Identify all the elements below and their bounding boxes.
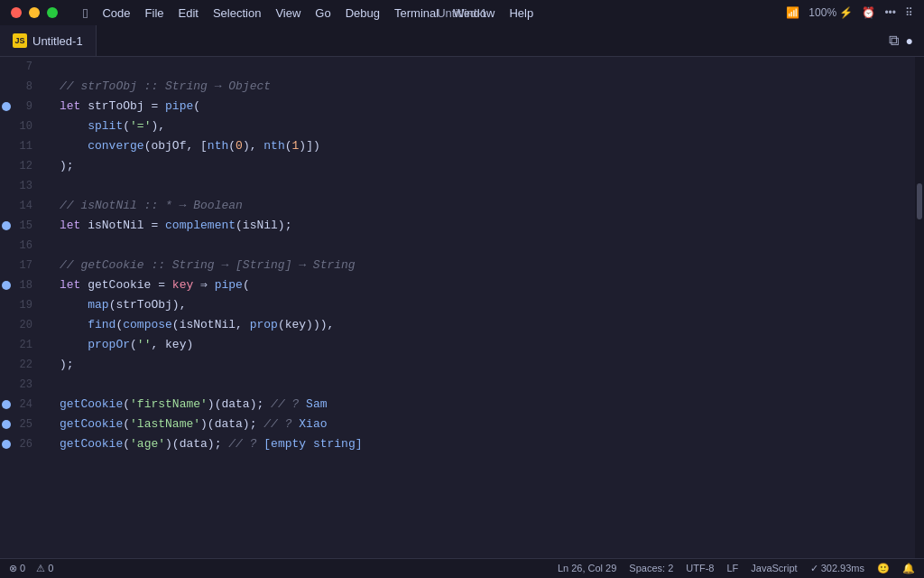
gutter-line: 26 xyxy=(0,434,38,454)
code-line: split('='), xyxy=(60,117,901,136)
breakpoint-indicator[interactable] xyxy=(2,400,11,409)
error-count[interactable]: ⊗ 0 xyxy=(9,563,25,574)
token-result-val: Sam xyxy=(306,395,327,415)
token-fn: compose xyxy=(123,315,172,335)
line-number: 16 xyxy=(14,236,32,256)
menu-debug[interactable]: Debug xyxy=(346,6,380,20)
token-fn: converge xyxy=(88,136,143,156)
token-plain: ); xyxy=(60,355,74,375)
menu-go[interactable]: Go xyxy=(315,6,330,20)
gutter-line: 8 xyxy=(0,77,38,97)
gutter-line: 18 xyxy=(0,275,38,295)
code-editor[interactable]: // strToObj :: String → Objectlet strToO… xyxy=(45,57,915,558)
token-plain: isNotNil = xyxy=(80,216,165,236)
token-plain xyxy=(60,295,88,315)
wifi-icon: 📶 xyxy=(786,6,799,19)
line-number: 10 xyxy=(14,117,32,136)
token-plain: ⇒ xyxy=(193,275,214,295)
gutter-line: 15 xyxy=(0,216,38,236)
token-plain: ( xyxy=(116,315,123,335)
gutter-line: 12 xyxy=(0,156,38,176)
breakpoint-indicator[interactable] xyxy=(2,281,11,290)
line-number: 14 xyxy=(14,196,32,216)
dots-icon[interactable]: ••• xyxy=(884,6,896,19)
token-plain: ( xyxy=(123,117,130,136)
gutter-line: 14 xyxy=(0,196,38,216)
token-str: 'lastName' xyxy=(130,415,200,434)
file-encoding[interactable]: UTF-8 xyxy=(686,563,714,574)
line-number: 17 xyxy=(14,256,32,275)
breakpoint-indicator[interactable] xyxy=(2,102,11,111)
scroll-thumb[interactable] xyxy=(917,183,922,219)
token-plain: )(data); xyxy=(208,395,271,415)
line-ending[interactable]: LF xyxy=(726,563,738,574)
token-comment: // ? xyxy=(271,395,306,415)
breakpoint-indicator[interactable] xyxy=(2,221,11,230)
code-line: let getCookie = key ⇒ pipe( xyxy=(60,275,901,295)
menu-edit[interactable]: Edit xyxy=(179,6,199,20)
code-line: getCookie('lastName')(data); // ? Xiao xyxy=(60,415,901,434)
grid-icon[interactable]: ⠿ xyxy=(905,6,913,19)
token-kw: let xyxy=(60,97,80,117)
tab-untitled[interactable]: JS Untitled-1 xyxy=(0,25,97,56)
language-mode[interactable]: JavaScript xyxy=(751,563,797,574)
token-plain xyxy=(60,315,88,335)
gutter-line: 22 xyxy=(0,355,38,375)
token-plain: (objOf, [ xyxy=(144,136,208,156)
close-button[interactable] xyxy=(11,7,22,18)
code-line: let strToObj = pipe( xyxy=(60,97,901,117)
code-line xyxy=(60,236,901,256)
line-numbers: 7891011121314151617181920212223242526 xyxy=(0,57,45,558)
token-comment: // strToObj :: String → Object xyxy=(60,77,271,97)
token-comment: // getCookie :: String → [String] → Stri… xyxy=(60,256,356,275)
token-fn: complement xyxy=(165,216,236,236)
code-line: find(compose(isNotNil, prop(key))), xyxy=(60,315,901,335)
token-fn: prop xyxy=(250,315,278,335)
breakpoint-indicator[interactable] xyxy=(2,440,11,449)
token-num: 1 xyxy=(292,136,300,156)
code-line: let isNotNil = complement(isNil); xyxy=(60,216,901,236)
token-plain: )(data); xyxy=(200,415,263,434)
menu-view[interactable]: View xyxy=(275,6,300,20)
warning-count[interactable]: ⚠ 0 xyxy=(36,563,53,574)
token-str: '' xyxy=(137,335,152,355)
token-fn: split xyxy=(88,117,123,136)
token-fn: map xyxy=(88,295,108,315)
token-comment: // ? xyxy=(228,434,263,454)
tab-bar: JS Untitled-1 ⧉ ● xyxy=(0,25,924,57)
menu-selection[interactable]: Selection xyxy=(213,6,261,20)
line-number: 22 xyxy=(14,355,32,375)
split-editor-icon[interactable]: ⧉ xyxy=(889,33,899,49)
menu-file[interactable]: File xyxy=(145,6,164,20)
line-number: 8 xyxy=(14,77,32,97)
cursor-position[interactable]: Ln 26, Col 29 xyxy=(558,563,616,574)
token-plain: ( xyxy=(193,97,200,117)
minimize-button[interactable] xyxy=(29,7,40,18)
breakpoint-indicator[interactable] xyxy=(2,420,11,429)
apple-menu[interactable]:  xyxy=(83,5,88,21)
scrollbar[interactable] xyxy=(915,57,924,558)
code-line: converge(objOf, [nth(0), nth(1)]) xyxy=(60,136,901,156)
menu-terminal[interactable]: Terminal xyxy=(394,6,439,20)
token-plain: )(data); xyxy=(165,434,228,454)
gutter-line: 11 xyxy=(0,136,38,156)
battery-icon: 100% ⚡ xyxy=(808,6,853,19)
maximize-button[interactable] xyxy=(47,7,58,18)
line-number: 18 xyxy=(14,275,32,295)
code-line xyxy=(60,375,901,395)
line-number: 20 xyxy=(14,315,32,335)
bell-icon[interactable]: 🔔 xyxy=(902,563,915,574)
token-result-val: Xiao xyxy=(299,415,327,434)
timing: ✓ 302.93ms xyxy=(810,563,864,574)
code-line: // isNotNil :: * → Boolean xyxy=(60,196,901,216)
menu-help[interactable]: Help xyxy=(509,6,533,20)
token-result-val: [empty string] xyxy=(263,434,362,454)
titlebar:  Code File Edit Selection View Go Debug… xyxy=(0,0,924,25)
gutter-line: 24 xyxy=(0,395,38,415)
token-fn: pipe xyxy=(215,275,243,295)
line-number: 13 xyxy=(14,176,32,196)
token-fn: getCookie xyxy=(60,415,123,434)
indentation[interactable]: Spaces: 2 xyxy=(629,563,673,574)
line-number: 26 xyxy=(14,434,32,454)
menu-code[interactable]: Code xyxy=(102,6,130,20)
